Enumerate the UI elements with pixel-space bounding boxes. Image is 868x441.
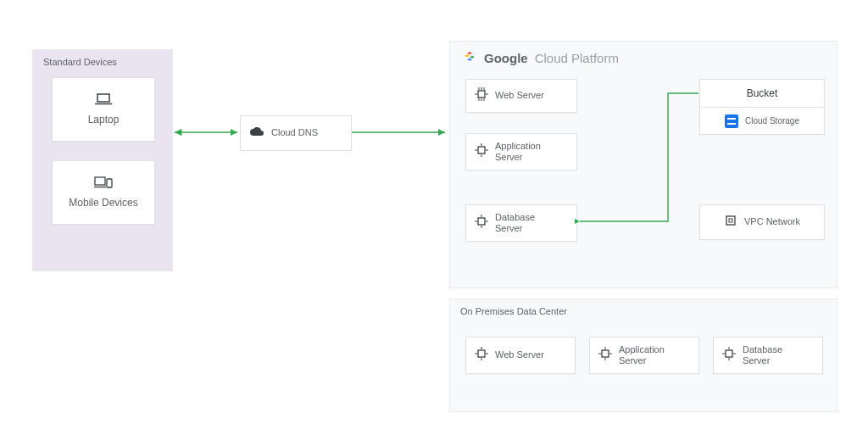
cloud-storage-label: Cloud Storage [745,116,799,126]
arrow-dns-gcp [350,126,450,139]
card-laptop-label: Laptop [88,114,120,126]
svg-rect-31 [602,350,609,357]
gcp-title: Google Cloud Platform [450,42,837,74]
card-onprem-db-server: Database Server [713,337,823,374]
bucket-label: Bucket [700,80,824,108]
vpc-label: VPC Network [744,216,800,227]
card-gcp-app-server: Application Server [465,133,577,170]
gcp-app-label: Application Server [495,141,541,163]
svg-rect-5 [478,91,485,98]
cloud-icon [249,126,264,141]
cpu-icon [475,215,488,232]
svg-rect-24 [726,216,735,225]
card-bucket: Bucket Cloud Storage [699,79,825,135]
onprem-app-label: Application Server [619,344,665,366]
svg-rect-4 [107,179,112,187]
laptop-icon [95,93,112,109]
cpu-icon [598,347,612,364]
cloud-dns-label: Cloud DNS [271,127,318,138]
card-cloud-dns: Cloud DNS [240,115,352,151]
svg-rect-36 [726,350,732,357]
arrow-devices-dns [171,126,241,139]
panel-title-standard-devices: Standard Devices [33,50,172,74]
cpu-icon [722,347,736,364]
gcp-db-label: Database Server [495,212,535,234]
card-mobile-devices: Mobile Devices [52,160,155,225]
card-onprem-web-server: Web Server [465,337,576,374]
diagram-canvas: Standard Devices Laptop Mobile Devices C… [0,0,868,441]
svg-rect-2 [95,177,105,185]
cpu-icon [475,87,488,104]
card-onprem-app-server: Application Server [589,337,699,374]
card-gcp-web-server: Web Server [465,79,577,113]
card-laptop: Laptop [52,77,155,142]
vpc-icon [724,214,737,231]
gcp-brand-2: Cloud Platform [535,51,619,65]
card-gcp-db-server: Database Server [465,204,577,242]
gcp-web-label: Web Server [495,90,544,101]
card-mobile-label: Mobile Devices [69,197,137,209]
panel-standard-devices: Standard Devices Laptop Mobile Devices [32,49,173,271]
svg-rect-26 [478,350,485,357]
gcp-logo-icon [462,50,477,65]
cpu-icon [475,347,488,364]
svg-rect-25 [729,219,732,222]
svg-rect-19 [478,218,485,225]
panel-onprem: On Premises Data Center Web Server Appli… [449,299,837,412]
panel-gcp: Google Cloud Platform Web Server Applica… [449,41,837,288]
card-vpc-network: VPC Network [699,204,825,240]
onprem-db-label: Database Server [743,344,782,366]
svg-rect-0 [97,94,109,102]
onprem-web-label: Web Server [495,349,544,360]
gcp-brand-1: Google [484,51,528,65]
panel-title-onprem: On Premises Data Center [450,299,837,323]
devices-icon [94,176,113,192]
svg-rect-14 [478,147,485,154]
cpu-icon [475,143,488,160]
storage-icon [725,114,738,128]
